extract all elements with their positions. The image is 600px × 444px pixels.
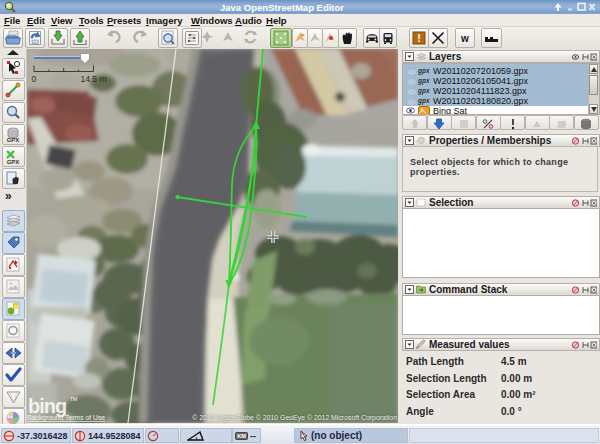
svg-text:0: 0 (32, 74, 37, 84)
svg-text:!: ! (417, 32, 421, 44)
svg-text:GPX: GPX (7, 159, 20, 165)
svg-text:14.5 m: 14.5 m (81, 74, 107, 84)
svg-text:GPX: GPX (7, 137, 20, 143)
svg-text:w: w (460, 33, 469, 44)
svg-text:Background Terms of Use: Background Terms of Use (27, 414, 105, 422)
svg-text:KM: KM (237, 433, 246, 439)
svg-text:TM: TM (70, 396, 77, 402)
svg-text:© 2010 DigitalGlobe © 2010 Geo: © 2010 DigitalGlobe © 2010 GeoEye © 2012… (192, 414, 397, 422)
